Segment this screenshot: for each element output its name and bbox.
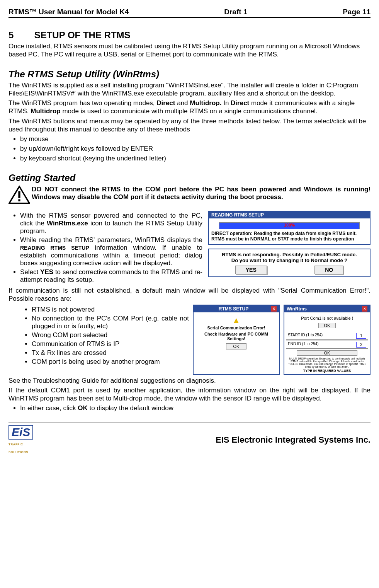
gs-b3-a: Select xyxy=(20,268,40,276)
eis-logo: EiS TRAFFIC SOLUTIONS xyxy=(8,425,43,455)
dialog2-title: RTMS SETUP xyxy=(196,306,271,312)
reading-setup-dialog: READING RTMS SETUP 100% DIRECT operation… xyxy=(208,211,371,285)
dialog3-type: TYPE IN REQUIRED VALUES xyxy=(286,369,368,373)
svg-rect-2 xyxy=(18,199,20,201)
warning-icon xyxy=(8,186,32,207)
utility-p2-multidrop: Multidrop. xyxy=(190,99,221,107)
start-id-input[interactable] xyxy=(356,333,366,339)
start-id-label: START ID (1 to 254) xyxy=(288,333,323,339)
gs-still-not-established: If communication is still not establishe… xyxy=(8,286,371,303)
dialog2-err: Serial Communication Error! xyxy=(197,326,276,330)
progress-percent: 100% xyxy=(284,223,295,227)
dialog3-ok-button[interactable]: OK xyxy=(318,323,336,328)
reason-4: Communication of RTMS is IP xyxy=(32,340,189,348)
method-mouse: by mouse xyxy=(20,135,371,143)
dialog2-ok-button[interactable]: OK xyxy=(226,343,247,349)
gs-bullet-2: While reading the RTMS' parameters, WinR… xyxy=(20,236,202,267)
eis-logo-sub: TRAFFIC SOLUTIONS xyxy=(8,443,28,454)
warning-row: DO NOT connect the RTMS to the COM port … xyxy=(8,186,371,207)
eis-logo-text: EiS xyxy=(8,425,33,440)
no-button[interactable]: NO xyxy=(314,266,343,274)
page-footer: EiS TRAFFIC SOLUTIONS EIS Electronic Int… xyxy=(8,422,371,455)
end-id-label: END ID (1 to 254) xyxy=(288,342,318,348)
reason-1: RTMS is not powered xyxy=(32,306,189,314)
dialog1-q1: RTMS is not responding. Possibly in Poll… xyxy=(211,252,367,257)
reason-2: No connection to the PC's COM Port (e.g.… xyxy=(32,315,189,330)
dialog3-title: WinRtms xyxy=(287,306,307,312)
dialog2-check: Check Hardware and PC COMM Settings! xyxy=(197,332,276,341)
svg-rect-1 xyxy=(18,191,20,198)
utility-p3: The WinRTMS buttons and menus may be ope… xyxy=(8,117,371,134)
header-left: RTMS™ User Manual for Model K4 xyxy=(8,8,129,16)
gs-ok-b: to display the default window xyxy=(88,404,173,412)
yes-button[interactable]: YES xyxy=(235,266,267,274)
gs-b1-exe: WinRtms.exe xyxy=(47,220,88,227)
utility-p2-multidrop2: Multidrop xyxy=(31,107,60,115)
gs-ok-bold: OK xyxy=(78,404,88,412)
gs-see-troubleshoot: See the Troubleshooting Guide for additi… xyxy=(8,377,371,385)
utility-p2-b: and xyxy=(175,99,190,107)
gs-b2-a: While reading the RTMS' parameters, WinR… xyxy=(20,236,202,244)
section-title-text: SETUP OF THE RTMS xyxy=(34,30,131,40)
warning-text: DO NOT connect the RTMS to the COM port … xyxy=(32,186,371,201)
dialog1-line2: RTMS must be in NORMAL or STAT mode to f… xyxy=(211,236,367,242)
method-arrows: by up/down/left/right keys followed by E… xyxy=(20,145,371,153)
footer-company: EIS Electronic Integrated Systems Inc. xyxy=(216,435,371,445)
close-icon[interactable]: × xyxy=(362,306,367,312)
method-shortcut: by keyboard shortcut (keying the underli… xyxy=(20,155,371,162)
gs-b3-yes: YES xyxy=(40,268,53,276)
utility-p1: The WinRTMS is supplied as a self instal… xyxy=(8,81,371,98)
gs-bullet-1: With the RTMS sensor powered and connect… xyxy=(20,212,202,235)
end-id-input[interactable] xyxy=(356,342,366,348)
utility-p2-direct: Direct xyxy=(156,99,175,107)
dialog1-question: RTMS is not responding. Possibly in Poll… xyxy=(208,249,371,277)
dialog1-title: READING RTMS SETUP xyxy=(209,211,370,218)
section-5-intro: Once installed, RTMS sensors must be cal… xyxy=(8,42,371,59)
section-5-heading: 5 SETUP OF THE RTMS xyxy=(8,30,371,41)
gs-default-com1: If the default COM1 port is used by anot… xyxy=(8,386,371,403)
utility-p2-direct2: Direct xyxy=(231,99,249,107)
getting-started-heading: Getting Started xyxy=(8,172,371,183)
header-center: Draft 1 xyxy=(224,8,247,16)
dialog3-note: MULTI-DROP operation: Expecting to conti… xyxy=(286,357,368,368)
alert-icon: ▲ xyxy=(197,315,276,326)
utility-p2-e: mode is used to communicate with multipl… xyxy=(61,107,318,115)
gs-b2-sc: READING RTMS SETUP xyxy=(20,245,89,251)
utility-heading: The RTMS Setup Utility (WinRtms) xyxy=(8,69,371,80)
header-right: Page 11 xyxy=(343,8,371,16)
dialog3-msg: Port Com1 is not available ! xyxy=(288,316,366,320)
reason-6: COM port is being used by another progra… xyxy=(32,358,189,366)
utility-methods-list: by mouse by up/down/left/right keys foll… xyxy=(20,135,371,162)
winrtms-port-dialog: WinRtms × Port Com1 is not available ! O… xyxy=(284,305,371,375)
gs-click-ok: In either case, click OK to display the … xyxy=(20,404,371,412)
utility-p2-a: The WinRTMS program has two operating mo… xyxy=(8,99,156,107)
utility-p2: The WinRTMS program has two operating mo… xyxy=(8,99,371,116)
section-number: 5 xyxy=(8,30,32,41)
dialog3-ok2-button[interactable]: OK xyxy=(297,350,358,356)
dialog1-line1: DIRECT operation: Reading the setup data… xyxy=(211,231,367,236)
page-header: RTMS™ User Manual for Model K4 Draft 1 P… xyxy=(8,8,371,18)
reason-3: Wrong COM port selected xyxy=(32,331,189,339)
reason-5: Tx & Rx lines are crossed xyxy=(32,349,189,357)
progress-bar: 100% xyxy=(219,222,360,229)
close-icon[interactable]: × xyxy=(271,306,277,312)
serial-error-dialog: RTMS SETUP × ▲ Serial Communication Erro… xyxy=(193,305,280,375)
utility-p2-c: In xyxy=(221,99,231,107)
gs-bullet-3: Select YES to send corrective commands t… xyxy=(20,268,202,284)
gs-ok-a: In either case, click xyxy=(20,404,78,412)
dialog1-q2: Do you want to try changing it to Normal… xyxy=(211,257,367,263)
